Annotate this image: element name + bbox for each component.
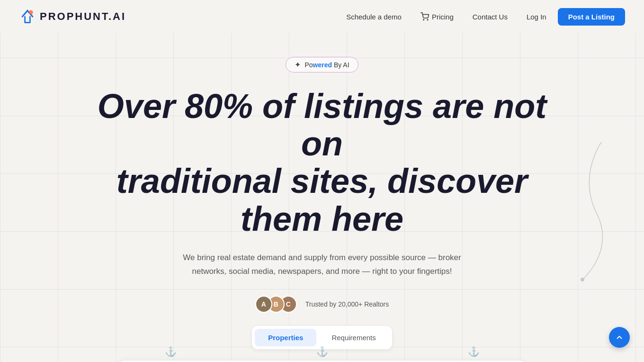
bottom-icons: ⚓ ⚓ ⚓ bbox=[0, 346, 644, 357]
nav-login[interactable]: Log In bbox=[519, 9, 554, 25]
avatar-group: A B C bbox=[255, 296, 292, 313]
cart-icon bbox=[420, 12, 429, 21]
svg-point-1 bbox=[423, 19, 424, 20]
svg-point-0 bbox=[29, 10, 33, 15]
tab-properties[interactable]: Properties bbox=[255, 329, 316, 346]
anchor-icon-3: ⚓ bbox=[468, 346, 480, 357]
svg-point-2 bbox=[427, 19, 428, 20]
logo-text: PROPHUNT.ai bbox=[40, 10, 126, 23]
scroll-top-button[interactable] bbox=[609, 327, 630, 348]
avatar-1: A bbox=[255, 296, 272, 313]
anchor-icon-1: ⚓ bbox=[165, 346, 177, 357]
navbar: PROPHUNT.ai Schedule a demo Pricing Cont… bbox=[0, 0, 644, 33]
trust-text: Trusted by 20,000+ Realtors bbox=[305, 300, 389, 308]
nav-links: Schedule a demo Pricing Contact Us Log I… bbox=[339, 8, 625, 26]
deco-curve bbox=[568, 137, 606, 289]
post-listing-button[interactable]: Post a Listing bbox=[558, 8, 625, 26]
hero-title: Over 80% of listings are not on traditio… bbox=[85, 88, 559, 238]
ai-badge-text: Powered By AI bbox=[304, 61, 349, 69]
chevron-up-icon bbox=[615, 333, 624, 342]
anchor-icon-2: ⚓ bbox=[316, 346, 328, 357]
nav-pricing[interactable]: Pricing bbox=[413, 9, 461, 25]
tab-requirements[interactable]: Requirements bbox=[318, 329, 389, 346]
ai-badge-icon: ✦ bbox=[295, 60, 301, 69]
logo[interactable]: PROPHUNT.ai bbox=[19, 8, 126, 25]
svg-point-3 bbox=[581, 278, 584, 281]
trust-row: A B C Trusted by 20,000+ Realtors bbox=[255, 296, 389, 313]
logo-icon bbox=[19, 8, 36, 25]
ai-badge: ✦ Powered By AI bbox=[286, 57, 358, 72]
hero-section: ✦ Powered By AI Over 80% of listings are… bbox=[0, 33, 644, 362]
nav-demo[interactable]: Schedule a demo bbox=[339, 9, 409, 25]
search-bar: Bengaluru ▾ Search bbox=[118, 361, 526, 362]
hero-subtitle: We bring real estate demand and supply f… bbox=[175, 251, 469, 279]
nav-contact[interactable]: Contact Us bbox=[465, 9, 515, 25]
